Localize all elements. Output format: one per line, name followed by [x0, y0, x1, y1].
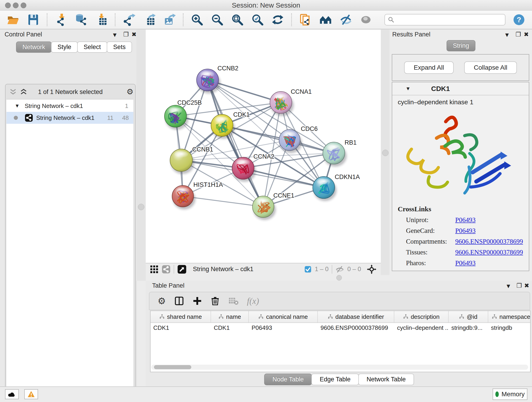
network-canvas[interactable]: CCNB2CCNA1CDC25BCDK1CDC6RB1CCNB1CCNA2CDK… [146, 30, 381, 263]
fit-selected-crosshair-icon[interactable] [367, 264, 377, 274]
table-column-header[interactable]: database identifier [318, 311, 394, 322]
right-splitter[interactable] [381, 30, 389, 281]
table-column-header[interactable]: shared name [151, 311, 211, 322]
automation-cloud-button[interactable] [5, 389, 19, 399]
network-share-icon[interactable] [162, 265, 171, 274]
table-cell[interactable]: stringdb:9... [449, 323, 488, 333]
network-options-gear-icon[interactable]: ⚙ [127, 87, 133, 96]
gene-section: ▼ CDK1 cyclin–dependent kinase 1 [392, 82, 529, 271]
network-node[interactable] [196, 69, 220, 94]
horizontal-splitter-handle[interactable] [336, 275, 342, 281]
import-table-icon[interactable] [95, 13, 108, 26]
zoom-selected-icon[interactable] [251, 13, 264, 26]
undock-panel-icon[interactable]: ❐ [123, 31, 128, 38]
table-cell[interactable]: cyclin–dependent ... [394, 323, 449, 333]
tab-network[interactable]: Network [16, 41, 51, 53]
delete-column-icon[interactable] [210, 296, 220, 306]
new-network-icon[interactable] [122, 13, 136, 26]
tab-string[interactable]: String [447, 40, 476, 51]
expand-all-button[interactable]: Expand All [404, 61, 454, 74]
column-type-icon [328, 314, 333, 319]
import-network-file-icon[interactable] [54, 13, 68, 26]
crosslink-value-link[interactable]: P06493 [455, 227, 476, 234]
right-splitter-handle[interactable] [382, 150, 389, 156]
crosslink-value-link[interactable]: 9606.ENSP00000378699 [455, 249, 523, 256]
table-row[interactable]: CDK1CDK1P064939606.ENSP00000378699cyclin… [151, 323, 530, 333]
zoom-out-icon[interactable] [210, 13, 224, 26]
network-node[interactable] [270, 91, 294, 116]
show-columns-icon[interactable] [174, 296, 184, 306]
left-splitter-handle[interactable] [138, 204, 144, 210]
undock-panel-icon[interactable]: ❐ [516, 282, 522, 289]
network-node[interactable] [211, 114, 235, 139]
open-session-icon[interactable] [6, 13, 20, 26]
selected-checkbox-icon[interactable] [304, 266, 312, 273]
new-table-icon[interactable] [143, 13, 156, 26]
table-column-header[interactable]: @id [449, 311, 488, 322]
network-node[interactable] [172, 185, 196, 210]
network-node[interactable] [165, 105, 188, 130]
scrollbar-thumb[interactable] [154, 365, 191, 369]
close-panel-icon[interactable]: ✖ [524, 282, 529, 289]
search-box[interactable] [385, 14, 505, 26]
float-panel-icon[interactable]: ▼ [112, 32, 118, 38]
table-cell[interactable]: 9606.ENSP00000378699 [318, 323, 394, 333]
undock-panel-icon[interactable]: ❐ [515, 31, 521, 38]
table-column-header[interactable]: namespace [488, 311, 531, 322]
zoom-in-icon[interactable] [190, 13, 204, 26]
collapse-all-button[interactable]: Collapse All [464, 61, 517, 74]
home-icon[interactable] [319, 13, 332, 26]
network-node[interactable] [323, 142, 347, 167]
crosslink-value-link[interactable]: P06493 [455, 259, 476, 267]
section-caret-icon[interactable]: ▼ [405, 86, 411, 92]
import-network-database-icon[interactable] [75, 13, 88, 26]
crosslink-value-link[interactable]: 9606.ENSP00000378699 [455, 238, 523, 245]
string-import-icon[interactable] [299, 13, 312, 26]
export-image-icon[interactable] [163, 13, 176, 26]
table-column-header[interactable]: canonical name [249, 311, 318, 322]
table-cell[interactable]: P06493 [249, 323, 318, 333]
table-horizontal-scrollbar[interactable] [151, 365, 528, 370]
search-input[interactable] [397, 16, 502, 24]
table-cell[interactable]: stringdb [488, 323, 531, 333]
float-panel-icon[interactable]: ▼ [505, 283, 511, 290]
help-button[interactable]: ? [512, 13, 526, 26]
tab-select[interactable]: Select [77, 41, 107, 53]
tree-caret-icon[interactable]: ▼ [15, 103, 20, 109]
zoom-fit-icon[interactable] [231, 13, 244, 26]
close-panel-icon[interactable]: ✖ [132, 31, 137, 38]
hide-unhide-icon[interactable] [339, 13, 352, 26]
refresh-network-icon[interactable] [271, 13, 284, 26]
tab-sets[interactable]: Sets [107, 41, 132, 53]
tab-node-table[interactable]: Node Table [264, 374, 312, 385]
column-type-icon [218, 314, 224, 319]
tab-network-table[interactable]: Network Table [358, 374, 414, 385]
table-cell[interactable]: CDK1 [211, 323, 249, 333]
column-label: namespace [500, 313, 530, 320]
left-splitter[interactable] [136, 30, 146, 281]
tab-style[interactable]: Style [51, 41, 78, 53]
table-options-gear-icon[interactable]: ⚙ [158, 296, 166, 306]
float-panel-icon[interactable]: ▼ [504, 32, 510, 38]
table-column-header[interactable]: description [394, 311, 449, 322]
table-cell[interactable]: CDK1 [151, 323, 211, 333]
tab-edge-table[interactable]: Edge Table [311, 374, 359, 385]
close-panel-icon[interactable]: ✖ [524, 31, 529, 38]
network-view[interactable]: CCNB2CCNA1CDC25BCDK1CDC6RB1CCNB1CCNA2CDK… [146, 30, 381, 263]
network-row-selected[interactable]: String Network – cdk1 11 48 [6, 112, 133, 124]
table-header-row: shared namenamecanonical namedatabase id… [151, 311, 530, 323]
network-node[interactable] [313, 177, 336, 201]
network-collection-label: String Network – cdk1 [25, 102, 83, 109]
grid-view-icon[interactable] [150, 265, 158, 274]
crosslink-value-link[interactable]: P06493 [455, 216, 476, 223]
network-collection-row[interactable]: ▼ String Network – cdk1 1 [6, 100, 133, 112]
gene-section-header[interactable]: ▼ CDK1 [392, 82, 529, 95]
save-session-icon[interactable] [27, 13, 40, 26]
memory-button[interactable]: Memory [493, 389, 527, 400]
table-column-header[interactable]: name [211, 311, 249, 322]
birdseye-toggle-icon[interactable] [177, 265, 186, 274]
network-node-label: CCNB1 [192, 146, 213, 153]
add-column-icon[interactable] [192, 296, 202, 306]
warnings-button[interactable] [24, 389, 38, 399]
hidden-eye-icon[interactable] [336, 265, 344, 273]
